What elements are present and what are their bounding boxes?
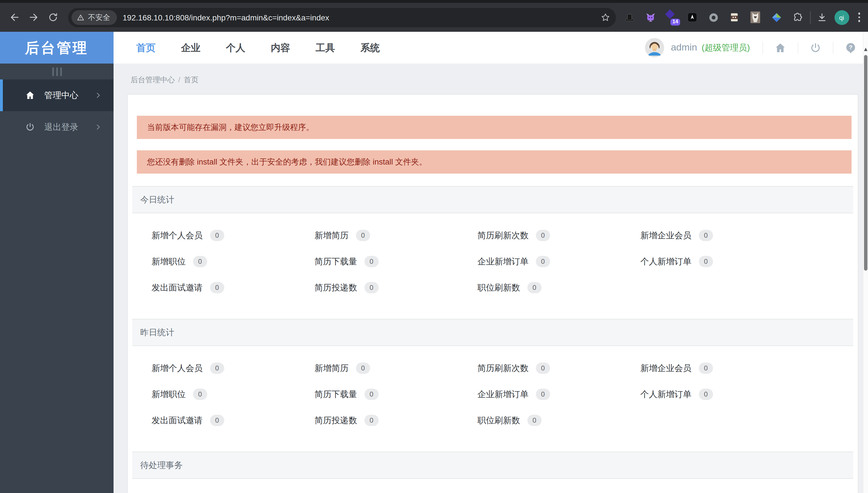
stat-item[interactable]: 新增职位0 — [151, 249, 314, 275]
breadcrumb-separator: / — [178, 76, 180, 84]
stat-item[interactable]: 个人新增订单0 — [640, 381, 803, 407]
stat-item[interactable]: 个人新增订单0 — [640, 249, 803, 275]
mask-extension-icon[interactable] — [727, 10, 741, 24]
extensions-puzzle-button[interactable] — [790, 10, 804, 24]
stat-item[interactable]: 简历投递数0 — [314, 275, 477, 301]
screen: 不安全 192.168.10.10:808/index.php?m=admin&… — [0, 0, 868, 493]
stat-label: 个人新增订单 — [640, 389, 691, 400]
stat-value-badge: 0 — [365, 282, 378, 293]
tab-content[interactable]: 内容 — [271, 41, 290, 54]
stat-item[interactable]: 待审核职位0 — [151, 488, 314, 493]
stat-item[interactable]: 待审核简历0 — [640, 488, 803, 493]
calendar-14-extension-icon[interactable]: 14 — [664, 10, 678, 24]
stat-label: 简历刷新次数 — [477, 363, 529, 373]
address-bar[interactable]: 不安全 192.168.10.10:808/index.php?m=admin&… — [68, 8, 616, 27]
stat-item[interactable]: 简历刷新次数0 — [477, 222, 640, 249]
stat-label: 新增职位 — [151, 256, 186, 267]
stat-value-badge: 0 — [210, 415, 224, 426]
home-button[interactable] — [762, 42, 798, 53]
browser-forward-button[interactable] — [24, 8, 43, 27]
section-header: 待处理事务 — [132, 452, 853, 479]
user-name[interactable]: admin — [671, 42, 697, 53]
cursor-extension-icon[interactable] — [685, 10, 699, 24]
tab-enterprise[interactable]: 企业 — [181, 41, 200, 54]
stat-item[interactable]: 职位刷新数0 — [477, 407, 640, 433]
stat-item[interactable]: 新增职位0 — [151, 381, 314, 407]
stat-value-badge: 0 — [536, 389, 550, 400]
diamond-extension-icon[interactable] — [769, 10, 783, 24]
hat-extension-icon[interactable] — [622, 10, 636, 24]
stat-value-badge: 0 — [210, 230, 224, 241]
stat-value-badge: 0 — [536, 230, 550, 241]
stat-item[interactable]: 简历刷新次数0 — [477, 355, 640, 381]
warning-alert: 您还没有删除 install 文件夹，出于安全的考虑，我们建议您删除 insta… — [137, 150, 851, 174]
stat-item[interactable]: 简历投递数0 — [314, 407, 477, 433]
browser-menu-button[interactable] — [856, 10, 862, 24]
stat-item[interactable]: 企业新增订单0 — [477, 381, 640, 407]
tab-tools[interactable]: 工具 — [316, 41, 335, 54]
tab-personal[interactable]: 个人 — [226, 41, 245, 54]
sidebar-collapse-handle[interactable] — [0, 64, 113, 80]
main-nav: 首页企业个人内容工具系统 — [136, 32, 380, 64]
stat-item[interactable]: 企业新增订单0 — [477, 249, 640, 275]
user-role: (超级管理员) — [702, 42, 750, 53]
breadcrumb-root[interactable]: 后台管理中心 — [130, 76, 175, 84]
browser-back-button[interactable] — [4, 8, 24, 27]
bookmark-star-button[interactable] — [600, 13, 610, 22]
logout-button[interactable] — [798, 42, 833, 53]
stat-item[interactable]: 新增个人会员0 — [151, 355, 314, 381]
stats-grid: 新增个人会员0新增简历0简历刷新次数0新增企业会员0新增职位0简历下载量0企业新… — [151, 213, 841, 306]
husky-extension-icon[interactable] — [748, 10, 762, 24]
scrollbar-up-arrow[interactable] — [864, 48, 867, 51]
user-avatar[interactable] — [645, 38, 664, 57]
power-icon — [25, 122, 35, 132]
breadcrumb: 后台管理中心/首页 — [130, 75, 868, 85]
security-chip[interactable]: 不安全 — [71, 10, 117, 25]
stat-label: 个人新增订单 — [640, 256, 691, 267]
stat-item[interactable]: 新增企业会员0 — [640, 355, 803, 381]
stat-label: 新增企业会员 — [640, 363, 691, 373]
stat-value-badge: 0 — [536, 363, 550, 374]
browser-profile-avatar[interactable]: qi — [834, 10, 849, 25]
warning-alert: 当前版本可能存在漏洞，建议您立即升级程序。 — [137, 116, 851, 139]
main-row: 管理中心 退出登录 后台管理中心/首页 当前版本可能存在漏洞，建议您立即升级程序… — [0, 64, 868, 493]
stat-item[interactable]: 简历下载量0 — [314, 381, 477, 407]
stat-item[interactable]: 新增简历0 — [314, 222, 477, 249]
stat-item[interactable]: 举报信息0 — [477, 488, 640, 493]
browser-reload-button[interactable] — [43, 8, 62, 27]
user-area: admin (超级管理员) ? — [645, 32, 868, 64]
home-icon — [774, 42, 786, 53]
stat-item[interactable]: 新增简历0 — [314, 355, 477, 381]
stat-label: 新增简历 — [314, 230, 349, 241]
tab-system[interactable]: 系统 — [360, 41, 380, 54]
stat-value-badge: 0 — [193, 256, 207, 267]
stat-item[interactable]: 发出面试邀请0 — [151, 275, 314, 301]
stat-label: 新增职位 — [151, 389, 186, 400]
stats-grid: 新增个人会员0新增简历0简历刷新次数0新增企业会员0新增职位0简历下载量0企业新… — [151, 346, 841, 439]
stat-item[interactable]: 发出面试邀请0 — [151, 407, 314, 433]
stat-label: 简历投递数 — [314, 282, 357, 293]
sidebar-item-label: 管理中心 — [44, 90, 78, 101]
url-text: 192.168.10.10:808/index.php?m=admin&c=in… — [123, 13, 600, 22]
stat-item[interactable]: 新增企业会员0 — [640, 222, 803, 249]
tab-home[interactable]: 首页 — [136, 41, 156, 54]
stat-item[interactable]: 新增个人会员0 — [151, 222, 314, 249]
stat-value-badge: 0 — [210, 363, 224, 374]
stat-item[interactable]: 简历下载量0 — [314, 249, 477, 275]
stat-item[interactable]: 待认证企业0 — [314, 488, 477, 493]
stat-label: 职位刷新数 — [477, 415, 520, 426]
downloads-button[interactable] — [816, 12, 827, 23]
stat-label: 新增企业会员 — [640, 230, 691, 241]
sidebar-item-admin-center[interactable]: 管理中心 — [0, 80, 113, 111]
scrollbar-thumb[interactable] — [864, 55, 867, 271]
stat-value-badge: 0 — [699, 230, 713, 241]
stat-item[interactable]: 职位刷新数0 — [477, 275, 640, 301]
stat-value-badge: 0 — [210, 282, 224, 293]
stat-value-badge: 0 — [193, 389, 207, 400]
monster-extension-icon[interactable] — [643, 10, 657, 24]
ring-extension-icon[interactable] — [706, 10, 720, 24]
stat-value-badge: 0 — [699, 389, 713, 400]
stat-label: 简历刷新次数 — [477, 230, 529, 241]
stat-value-badge: 0 — [365, 256, 378, 267]
sidebar-item-logout[interactable]: 退出登录 — [0, 111, 113, 143]
